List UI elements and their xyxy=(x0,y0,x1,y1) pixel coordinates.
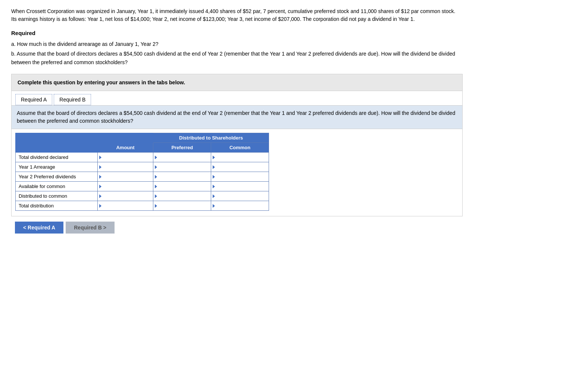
input-amount-1[interactable] xyxy=(101,164,150,170)
input-preferred-4[interactable] xyxy=(156,193,208,199)
question-b: b. Assume that the board of directors de… xyxy=(11,50,459,66)
instruction-box: Complete this question by entering your … xyxy=(11,74,463,91)
row-label-3: Available for common xyxy=(16,182,98,191)
row-amount-5[interactable] xyxy=(97,201,153,211)
input-preferred-1[interactable] xyxy=(156,164,208,170)
th-amount: Amount xyxy=(97,143,153,153)
row-common-1[interactable] xyxy=(211,162,269,172)
row-preferred-2[interactable] xyxy=(153,172,211,182)
tab-required-b[interactable]: Required B xyxy=(54,94,91,105)
row-label-1: Year 1 Arrearage xyxy=(16,162,98,172)
input-common-2[interactable] xyxy=(214,174,266,179)
th-distributed: Distributed to Shareholders xyxy=(153,133,269,143)
row-common-3[interactable] xyxy=(211,182,269,191)
input-common-1[interactable] xyxy=(214,164,266,170)
row-preferred-0[interactable] xyxy=(153,153,211,162)
tabs-row: Required A Required B xyxy=(12,91,462,106)
input-common-4[interactable] xyxy=(214,193,266,199)
intro-text: When Crossett Corporation was organized … xyxy=(11,7,459,23)
table-container: Distributed to Shareholders Amount Prefe… xyxy=(12,129,462,216)
tabs-area: Required A Required B Assume that the bo… xyxy=(11,91,463,216)
row-label-2: Year 2 Preferred dividends xyxy=(16,172,98,182)
input-amount-4[interactable] xyxy=(101,193,150,199)
input-amount-2[interactable] xyxy=(101,174,150,179)
bottom-nav: < Required A Required B > xyxy=(11,222,577,234)
input-preferred-5[interactable] xyxy=(156,203,208,209)
input-common-5[interactable] xyxy=(214,203,266,209)
questions-block: a. How much is the dividend arrearage as… xyxy=(11,40,459,66)
row-preferred-4[interactable] xyxy=(153,191,211,201)
input-amount-5[interactable] xyxy=(101,203,150,209)
question-a: a. How much is the dividend arrearage as… xyxy=(11,40,459,48)
row-common-4[interactable] xyxy=(211,191,269,201)
row-label-5: Total distribution xyxy=(16,201,98,211)
row-preferred-1[interactable] xyxy=(153,162,211,172)
input-amount-3[interactable] xyxy=(101,184,150,189)
dividend-table: Distributed to Shareholders Amount Prefe… xyxy=(15,133,269,211)
input-preferred-0[interactable] xyxy=(156,154,208,160)
row-amount-2[interactable] xyxy=(97,172,153,182)
row-label-0: Total dividend declared xyxy=(16,153,98,162)
th-label-empty xyxy=(16,143,98,153)
th-preferred: Preferred xyxy=(153,143,211,153)
row-amount-1[interactable] xyxy=(97,162,153,172)
th-amount-empty xyxy=(97,133,153,143)
required-heading: Required xyxy=(11,30,577,36)
row-amount-0[interactable] xyxy=(97,153,153,162)
row-common-5[interactable] xyxy=(211,201,269,211)
nav-required-a-button[interactable]: < Required A xyxy=(15,222,63,234)
nav-required-b-button[interactable]: Required B > xyxy=(66,222,115,234)
input-preferred-2[interactable] xyxy=(156,174,208,179)
chevron-right-icon: > xyxy=(102,225,106,231)
row-preferred-5[interactable] xyxy=(153,201,211,211)
row-common-2[interactable] xyxy=(211,172,269,182)
th-empty xyxy=(16,133,98,143)
question-banner: Assume that the board of directors decla… xyxy=(12,106,462,129)
th-common: Common xyxy=(211,143,269,153)
row-label-4: Distributed to common xyxy=(16,191,98,201)
tab-required-a[interactable]: Required A xyxy=(15,94,52,105)
row-amount-3[interactable] xyxy=(97,182,153,191)
row-amount-4[interactable] xyxy=(97,191,153,201)
input-common-0[interactable] xyxy=(214,154,266,160)
input-amount-0[interactable] xyxy=(101,154,150,160)
row-preferred-3[interactable] xyxy=(153,182,211,191)
chevron-left-icon: < xyxy=(23,225,28,231)
row-common-0[interactable] xyxy=(211,153,269,162)
